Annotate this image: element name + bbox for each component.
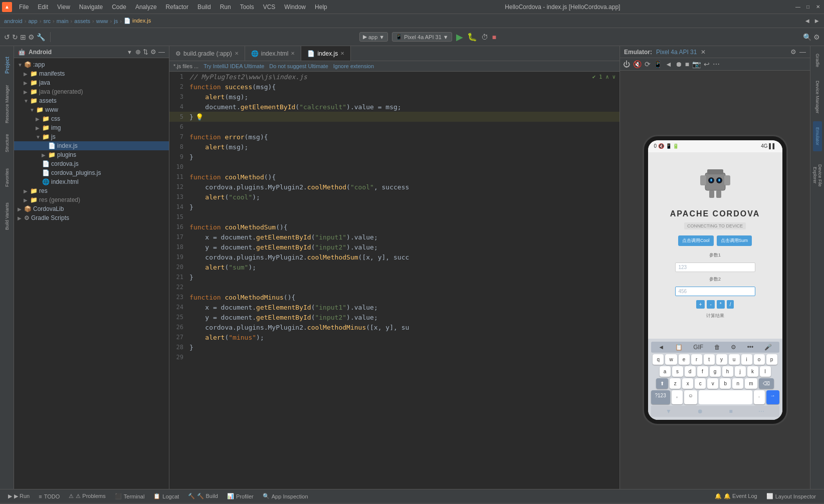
kb-key-e[interactable]: e	[679, 354, 690, 365]
device-file-explorer-tab[interactable]: Device File Explorer	[810, 155, 825, 195]
do-not-suggest-link[interactable]: Do not suggest Ultimate	[269, 63, 328, 69]
kb-enter-key[interactable]: →	[766, 390, 779, 404]
kb-key-n[interactable]: n	[732, 378, 743, 389]
tree-item-gradle[interactable]: ▶ ⚙ Gradle Scripts	[14, 213, 169, 222]
param1-input[interactable]: 123	[675, 263, 755, 272]
kb-key-q[interactable]: q	[653, 354, 664, 365]
tree-item-res-generated[interactable]: ▶ 📁 res (generated)	[14, 195, 169, 204]
kb-emoji-key[interactable]: ☺	[684, 390, 697, 404]
nav-back-icon[interactable]: ▼	[666, 408, 672, 415]
menu-view[interactable]: View	[53, 3, 74, 12]
kb-key-s[interactable]: s	[672, 366, 683, 377]
breadcrumb-www[interactable]: www	[96, 18, 108, 24]
kb-back-icon[interactable]: ◄	[658, 344, 664, 351]
maximize-button[interactable]: □	[804, 3, 812, 11]
device-selector[interactable]: 📱 Pixel 4a API 31 ▼	[392, 32, 452, 42]
tab-close-build-gradle[interactable]: ✕	[235, 51, 239, 56]
close-button[interactable]: ✕	[814, 3, 822, 11]
kb-more-icon[interactable]: •••	[747, 344, 754, 351]
run-bottom-btn[interactable]: ▶ ▶ Run	[4, 492, 34, 500]
kb-key-t[interactable]: t	[704, 354, 715, 365]
redo-sync-icon[interactable]: ↻	[12, 33, 18, 41]
kb-key-g[interactable]: g	[710, 366, 721, 377]
menu-build[interactable]: Build	[193, 3, 215, 12]
op-add[interactable]: +	[696, 300, 705, 309]
menu-analyze[interactable]: Analyze	[131, 3, 161, 12]
tree-item-cordovaplugins[interactable]: 📄 cordova_plugins.js	[14, 168, 169, 177]
kb-key-c[interactable]: c	[695, 378, 706, 389]
panel-sync-icon[interactable]: ⇅	[143, 48, 148, 56]
kb-key-j[interactable]: j	[735, 366, 746, 377]
app-inspection-bottom-btn[interactable]: 🔍 App Inspection	[259, 492, 312, 500]
kb-key-h[interactable]: h	[722, 366, 733, 377]
gradle-tab[interactable]: Gradle	[813, 48, 822, 73]
tree-item-res[interactable]: ▶ 📁 res	[14, 186, 169, 195]
sidebar-favorites-icon[interactable]: Favorites	[2, 162, 13, 192]
more-icon[interactable]: ⋯	[713, 60, 720, 68]
kb-num-key[interactable]: ?123	[651, 390, 670, 404]
breadcrumb-js[interactable]: js	[114, 18, 118, 24]
kb-key-r[interactable]: r	[691, 354, 702, 365]
kb-key-d[interactable]: d	[685, 366, 696, 377]
kb-key-k[interactable]: k	[747, 366, 758, 377]
minimize-button[interactable]: —	[794, 3, 802, 11]
nav-home-icon[interactable]: ⏺	[697, 408, 703, 415]
settings-gear-icon[interactable]: ⚙	[813, 33, 820, 41]
kb-key-u[interactable]: u	[729, 354, 740, 365]
kb-key-l[interactable]: l	[760, 366, 771, 377]
emulator-device-label[interactable]: Pixel 4a API 31	[656, 49, 697, 56]
kb-key-b[interactable]: b	[720, 378, 731, 389]
kb-shift-key[interactable]: ⬆	[656, 378, 668, 389]
layout-inspector-btn[interactable]: ⬜ Layout Inspector	[762, 492, 820, 500]
tree-item-img[interactable]: ▶ 📁 img	[14, 123, 169, 132]
layout-icon[interactable]: ⊞	[20, 33, 26, 41]
device-tab-close[interactable]: ✕	[701, 49, 706, 56]
breadcrumb-android[interactable]: android	[4, 18, 23, 24]
debug-icon[interactable]: 🐛	[467, 32, 477, 42]
recent-icon[interactable]: ■	[685, 60, 689, 68]
back-icon[interactable]: ◄	[665, 60, 672, 68]
device-manager-tab[interactable]: Device Manager	[813, 77, 822, 117]
sidebar-structure-icon[interactable]: Structure	[2, 128, 13, 158]
breadcrumb-main[interactable]: main	[57, 18, 69, 24]
tree-item-plugins[interactable]: ▶ 📁 plugins	[14, 150, 169, 159]
menu-run[interactable]: Run	[216, 3, 235, 12]
nav-forward-icon[interactable]: ►	[813, 17, 820, 25]
tab-index-js[interactable]: 📄 index.js ✕	[301, 46, 351, 61]
kb-key-x[interactable]: x	[682, 378, 693, 389]
todo-bottom-btn[interactable]: ≡ TODO	[35, 492, 64, 500]
tree-item-css[interactable]: ▶ 📁 css	[14, 114, 169, 123]
tree-item-java-generated[interactable]: ▶ 📁 java (generated)	[14, 87, 169, 96]
nav-extra-icon[interactable]: ⋯	[758, 408, 764, 415]
kb-comma-key[interactable]: ,	[672, 390, 683, 404]
kb-key-o[interactable]: o	[754, 354, 765, 365]
home-icon[interactable]: ⏺	[675, 60, 682, 68]
kb-key-v[interactable]: v	[707, 378, 718, 389]
panel-gear-icon[interactable]: ⚙	[150, 48, 156, 56]
ignore-extension-link[interactable]: Ignore extension	[333, 63, 374, 69]
emulator-settings-icon[interactable]: ⚙	[790, 48, 796, 56]
tree-item-cordovalib[interactable]: ▶ 📦 CordovaLib	[14, 204, 169, 213]
tree-item-indexjs[interactable]: 📄 index.js	[14, 141, 169, 150]
breadcrumb-assets[interactable]: assets	[74, 18, 90, 24]
kb-backspace-key[interactable]: ⌫	[759, 378, 774, 389]
logcat-bottom-btn[interactable]: 📋 Logcat	[149, 492, 183, 500]
menu-file[interactable]: File	[15, 3, 33, 12]
kb-copy-icon[interactable]: 📋	[675, 344, 683, 351]
build-variants-icon[interactable]: 🔧	[37, 33, 45, 41]
profiler-bottom-btn[interactable]: 📊 Profiler	[223, 492, 258, 500]
tree-item-www[interactable]: ▼ 📁 www	[14, 105, 169, 114]
sidebar-project-icon[interactable]: Project	[2, 50, 13, 80]
breadcrumb-app[interactable]: app	[28, 18, 37, 24]
op-div[interactable]: /	[727, 300, 734, 309]
breadcrumb-indexjs[interactable]: 📄 index.js	[124, 18, 151, 24]
tab-build-gradle[interactable]: ⚙ build.gradle (:app) ✕	[169, 46, 245, 61]
settings-icon[interactable]: ⚙	[28, 33, 35, 41]
param2-input[interactable]: 456	[675, 287, 755, 296]
menu-help[interactable]: Help	[311, 3, 331, 12]
tree-item-js[interactable]: ▼ 📁 js	[14, 132, 169, 141]
profile-icon[interactable]: ⏱	[481, 33, 488, 41]
code-editor[interactable]: 1 // MyPlugTest2\www\js\index.js ✔ 1 ∧ ∨…	[169, 72, 620, 489]
rotate-icon[interactable]: ⟳	[645, 60, 651, 68]
tree-item-assets[interactable]: ▼ 📁 assets	[14, 96, 169, 105]
